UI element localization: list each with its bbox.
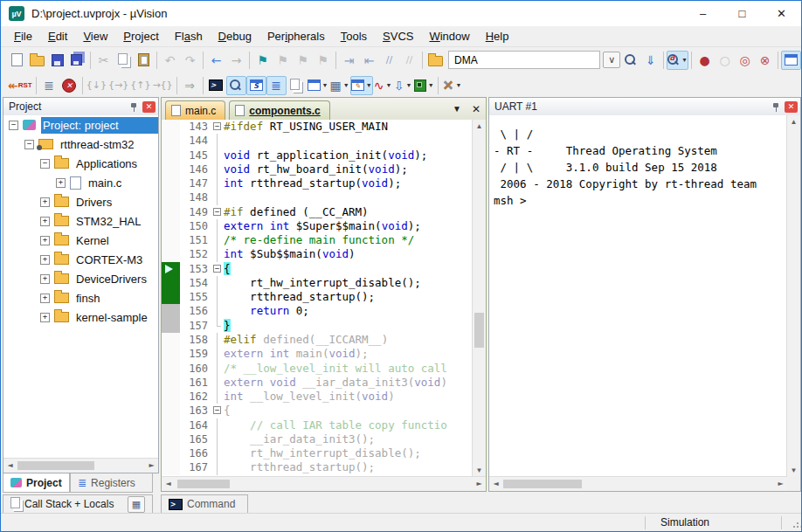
menu-project[interactable]: Project xyxy=(115,28,166,45)
tab-project[interactable]: Project xyxy=(3,473,70,493)
menu-view[interactable]: View xyxy=(75,28,115,45)
code-line-144[interactable]: 144 xyxy=(162,134,486,148)
call-stack-window-button[interactable] xyxy=(287,76,307,95)
serial-window-button[interactable]: ✎▼ xyxy=(350,76,373,95)
tree-item-devicedrivers[interactable]: +DeviceDrivers xyxy=(3,269,158,288)
code-line-163[interactable]: 163−{ xyxy=(162,404,486,418)
open-file-button[interactable] xyxy=(27,51,47,70)
expand-icon[interactable]: + xyxy=(40,294,50,303)
step-out-button[interactable]: {↑} xyxy=(129,76,151,95)
unindent-button[interactable]: ⇤ xyxy=(359,51,379,70)
expand-icon[interactable]: + xyxy=(40,217,50,226)
code-line-156[interactable]: 156 return 0; xyxy=(162,304,486,318)
clear-bookmarks-button[interactable]: ⚑ xyxy=(313,51,333,70)
incremental-find-button[interactable]: ⇓ xyxy=(640,51,660,70)
tree-item-main-c[interactable]: +main.c xyxy=(3,173,158,192)
save-all-button[interactable] xyxy=(67,51,87,70)
editor-margin[interactable] xyxy=(162,418,180,432)
editor-margin[interactable] xyxy=(162,304,180,318)
code-line-147[interactable]: 147int rtthread_startup(void); xyxy=(162,176,486,190)
options-window-button[interactable] xyxy=(781,51,801,70)
registers-window-button[interactable]: ≣ xyxy=(266,76,287,95)
tree-item-project-project[interactable]: −Project: project xyxy=(3,115,158,135)
symbol-window-button[interactable]: S xyxy=(246,76,266,95)
editor-margin[interactable] xyxy=(162,432,180,446)
code-line-146[interactable]: 146void rt_hw_board_init(void); xyxy=(162,162,486,176)
disable-breakpoint-button[interactable]: ○ xyxy=(715,51,735,70)
tree-item-cortex-m3[interactable]: +CORTEX-M3 xyxy=(3,250,158,269)
tree-item-finsh[interactable]: +finsh xyxy=(3,288,158,307)
code-editor[interactable]: 143−#ifdef RT_USING_USER_MAIN144145void … xyxy=(162,120,486,477)
tab-command[interactable]: > Command xyxy=(161,494,248,514)
expand-icon[interactable]: + xyxy=(40,255,50,265)
editor-margin[interactable] xyxy=(162,276,180,290)
code-line-154[interactable]: 154 rt_hw_interrupt_disable(); xyxy=(162,276,486,290)
step-over-button[interactable]: {→} xyxy=(107,76,129,95)
redo-button[interactable]: ↷ xyxy=(180,51,200,70)
editor-margin[interactable] xyxy=(162,162,180,176)
tree-item-rtthread-stm32[interactable]: −rtthread-stm32 xyxy=(3,135,158,154)
editor-margin[interactable] xyxy=(162,247,180,261)
execution-marker-icon[interactable] xyxy=(162,262,180,276)
next-bookmark-button[interactable]: ⚑ xyxy=(273,51,293,70)
code-line-149[interactable]: 149−#if defined (__CC_ARM) xyxy=(162,205,486,219)
editor-margin[interactable] xyxy=(162,120,180,134)
code-line-160[interactable]: 160/* __low_level_init will auto call xyxy=(162,362,486,376)
menu-peripherals[interactable]: Peripherals xyxy=(259,28,333,45)
show-next-statement-button[interactable]: ≣ xyxy=(39,76,59,95)
window-list-icon[interactable]: ▼ xyxy=(447,104,467,114)
tab-registers[interactable]: ≣ Registers xyxy=(70,473,153,493)
new-file-button[interactable] xyxy=(7,51,27,70)
code-line-164[interactable]: 164 // call IAR table copy functio xyxy=(162,418,486,432)
code-line-151[interactable]: 151/* re-define main function */ xyxy=(162,233,486,247)
tree-item-applications[interactable]: −Applications xyxy=(3,154,158,173)
expand-icon[interactable]: + xyxy=(40,313,50,322)
editor-margin[interactable] xyxy=(162,134,180,148)
run-button[interactable]: ⇒ xyxy=(180,76,200,95)
project-tree-hscrollbar[interactable]: ◄ ► xyxy=(3,458,158,473)
code-line-159[interactable]: 159extern int main(void); xyxy=(162,347,486,361)
memory-grid-button[interactable]: ▦ xyxy=(128,496,145,513)
editor-margin[interactable] xyxy=(162,376,180,390)
editor-margin[interactable] xyxy=(162,219,180,233)
menu-tools[interactable]: Tools xyxy=(333,28,375,45)
editor-margin[interactable] xyxy=(162,446,180,460)
search-combo[interactable]: DMA xyxy=(448,51,600,69)
code-line-155[interactable]: 155 rtthread_startup(); xyxy=(162,290,486,304)
find-in-scope-button[interactable] xyxy=(425,51,446,70)
menu-svcs[interactable]: SVCS xyxy=(375,28,421,45)
code-line-165[interactable]: 165 __iar_data_init3(); xyxy=(162,432,486,446)
code-line-145[interactable]: 145void rt_application_init(void); xyxy=(162,149,486,162)
undo-button[interactable]: ↶ xyxy=(160,51,180,70)
code-line-148[interactable]: 148 xyxy=(162,190,486,204)
editor-margin[interactable] xyxy=(162,319,180,333)
code-line-162[interactable]: 162int __low_level_init(void) xyxy=(162,390,486,404)
menu-window[interactable]: Window xyxy=(421,28,477,45)
search-dropdown-button[interactable]: ∨ xyxy=(603,52,620,68)
kill-all-breakpoints-button[interactable]: ⊗ xyxy=(755,51,775,70)
code-line-167[interactable]: 167 rtthread_startup(); xyxy=(162,460,486,474)
tab-call-stack-locals[interactable]: Call Stack + Locals ▦ xyxy=(3,494,153,514)
code-line-150[interactable]: 150extern int $Super$$main(void); xyxy=(162,219,486,233)
menu-flash[interactable]: Flash xyxy=(167,28,211,45)
run-to-cursor-button[interactable]: →{} xyxy=(151,76,173,95)
editor-margin[interactable] xyxy=(162,149,180,162)
insert-breakpoint-button[interactable]: ● xyxy=(695,51,715,70)
logic-analyzer-button[interactable]: ∿▼ xyxy=(373,76,393,95)
minimize-button[interactable]: – xyxy=(683,1,722,26)
menu-edit[interactable]: Edit xyxy=(40,28,75,45)
uncomment-button[interactable]: // xyxy=(399,51,419,70)
toolbox-button[interactable]: ▼ xyxy=(413,76,435,95)
editor-margin[interactable] xyxy=(162,205,180,219)
reset-button[interactable]: ↞RST xyxy=(7,76,33,95)
disable-all-breakpoints-button[interactable]: ◎ xyxy=(735,51,755,70)
maximize-button[interactable]: □ xyxy=(722,1,762,26)
editor-margin[interactable] xyxy=(162,460,180,474)
editor-vscrollbar[interactable]: ▲ ▼ xyxy=(472,120,486,477)
toggle-bookmark-button[interactable]: ⚑ xyxy=(252,51,273,70)
editor-margin[interactable] xyxy=(162,347,180,361)
menu-debug[interactable]: Debug xyxy=(211,28,259,45)
code-line-152[interactable]: 152int $Sub$$main(void) xyxy=(162,247,486,261)
copy-button[interactable] xyxy=(114,51,134,70)
code-line-143[interactable]: 143−#ifdef RT_USING_USER_MAIN xyxy=(162,120,486,134)
